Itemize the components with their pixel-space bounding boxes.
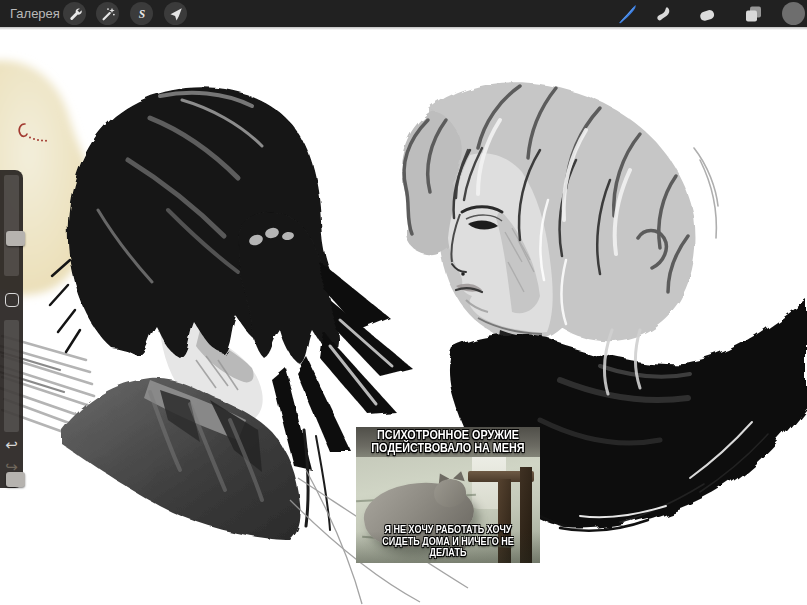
color-swatch-button[interactable] <box>782 2 805 25</box>
smudge-tool-button[interactable] <box>652 3 674 25</box>
magic-wand-icon <box>100 6 116 22</box>
svg-text:S: S <box>138 8 144 20</box>
undo-arrow-icon: ↩ <box>5 436 18 453</box>
meme-top-caption-line2: ПОДЕЙСТВОВАЛО НА МЕНЯ <box>365 442 531 455</box>
meme-couch-seam <box>356 494 476 502</box>
selection-button[interactable]: S <box>130 2 153 25</box>
brush-size-slider[interactable] <box>4 175 19 276</box>
adjustments-button[interactable] <box>96 2 119 25</box>
paintbrush-stroke-icon <box>616 3 638 25</box>
erase-tool-button[interactable] <box>696 3 718 25</box>
brush-sidebar: ↩ ↪ <box>0 170 23 488</box>
meme-chair-bar <box>468 471 534 482</box>
undo-button[interactable]: ↩ <box>0 436 23 454</box>
selection-s-icon: S <box>134 6 150 22</box>
gallery-button[interactable]: Галерея <box>10 0 60 27</box>
meme-cat-ear <box>435 471 450 485</box>
meme-bottom-caption-line1: Я НЕ ХОЧУ РАБОТАТЬ ХОЧУ <box>369 524 527 536</box>
layers-button[interactable] <box>742 3 764 25</box>
layers-icon <box>743 4 763 24</box>
meme-cat-ear <box>453 470 467 482</box>
wrench-icon <box>67 6 83 22</box>
meme-cat-head <box>432 477 468 509</box>
transform-button[interactable] <box>164 2 187 25</box>
meme-image-layer: ПСИХОТРОННОЕ ОРУЖИЕ ПОДЕЙСТВОВАЛО НА МЕН… <box>356 427 540 563</box>
opacity-slider[interactable] <box>4 320 19 432</box>
eraser-icon <box>697 4 717 24</box>
smudge-finger-icon <box>653 4 673 24</box>
paint-tool-button[interactable] <box>616 3 638 25</box>
procreate-screen: ПСИХОТРОННОЕ ОРУЖИЕ ПОДЕЙСТВОВАЛО НА МЕН… <box>0 0 807 605</box>
modify-button[interactable] <box>5 293 19 307</box>
meme-bottom-caption-line2: СИДЕТЬ ДОМА И НИЧЕГО НЕ ДЕЛАТЬ <box>369 536 527 560</box>
meme-bottom-caption: Я НЕ ХОЧУ РАБОТАТЬ ХОЧУ СИДЕТЬ ДОМА И НИ… <box>369 524 527 559</box>
actions-button[interactable] <box>63 2 86 25</box>
brush-size-slider-handle[interactable] <box>6 231 25 246</box>
meme-curtain <box>472 457 506 509</box>
redo-arrow-icon: ↪ <box>5 458 18 475</box>
meme-top-caption: ПСИХОТРОННОЕ ОРУЖИЕ ПОДЕЙСТВОВАЛО НА МЕН… <box>365 429 531 456</box>
redo-button[interactable]: ↪ <box>0 458 23 476</box>
transform-arrow-icon <box>168 6 184 22</box>
top-toolbar: Галерея S <box>0 0 807 27</box>
drawing-canvas[interactable]: ПСИХОТРОННОЕ ОРУЖИЕ ПОДЕЙСТВОВАЛО НА МЕН… <box>0 0 807 605</box>
